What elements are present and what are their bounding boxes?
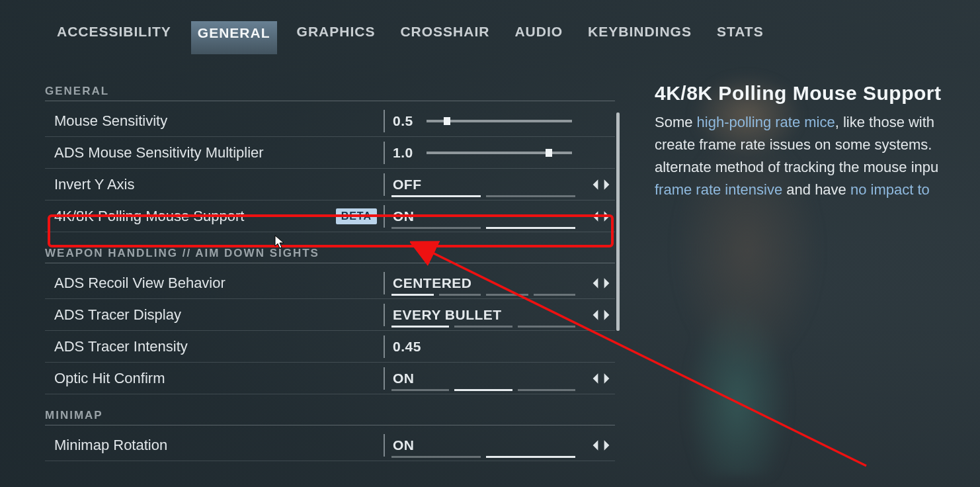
- row-polling-support[interactable]: 4K/8K Polling Mouse Support BETA ON: [45, 200, 615, 232]
- label-invert-y: Invert Y Axis: [54, 176, 134, 193]
- label-ads-multiplier: ADS Mouse Sensitivity Multiplier: [54, 144, 264, 161]
- value-polling-support: ON: [393, 208, 415, 224]
- section-title-general: GENERAL: [45, 85, 615, 101]
- arrows-tracer-display[interactable]: [591, 309, 611, 321]
- chevron-left-icon: [591, 373, 600, 384]
- chevron-left-icon: [591, 179, 600, 191]
- section-title-minimap: MINIMAP: [45, 409, 615, 425]
- row-invert-y[interactable]: Invert Y Axis OFF: [45, 169, 615, 200]
- value-ads-multiplier: 1.0: [393, 145, 413, 161]
- label-optic-hit: Optic Hit Confirm: [54, 370, 165, 387]
- segments-tracer-display: [391, 326, 575, 328]
- slider-ads-multiplier[interactable]: [427, 152, 572, 154]
- segments-optic-hit: [391, 389, 575, 391]
- chevron-left-icon: [591, 210, 600, 222]
- chevron-right-icon: [602, 179, 611, 191]
- chevron-right-icon: [602, 309, 611, 321]
- value-recoil-behavior: CENTERED: [393, 275, 472, 291]
- scrollbar[interactable]: [616, 112, 620, 331]
- row-tracer-display[interactable]: ADS Tracer Display EVERY BULLET: [45, 299, 615, 331]
- value-tracer-display: EVERY BULLET: [393, 307, 502, 323]
- segments-polling-support: [391, 227, 575, 229]
- segments-recoil: [391, 294, 575, 296]
- segments-invert-y: [391, 195, 575, 197]
- row-mouse-sensitivity[interactable]: Mouse Sensitivity 0.5: [45, 105, 615, 137]
- tab-audio[interactable]: AUDIO: [509, 20, 568, 56]
- label-recoil-behavior: ADS Recoil View Behavior: [54, 275, 225, 292]
- label-tracer-intensity: ADS Tracer Intensity: [54, 338, 188, 355]
- arrows-polling-support[interactable]: [591, 210, 611, 222]
- segments-minimap-rotation: [391, 456, 575, 458]
- tab-keybindings[interactable]: KEYBINDINGS: [583, 20, 697, 56]
- tab-accessibility[interactable]: ACCESSIBILITY: [52, 20, 177, 56]
- row-ads-multiplier[interactable]: ADS Mouse Sensitivity Multiplier 1.0: [45, 137, 615, 169]
- chevron-right-icon: [602, 373, 611, 384]
- chevron-left-icon: [591, 439, 600, 451]
- chevron-right-icon: [602, 210, 611, 222]
- tab-graphics[interactable]: GRAPHICS: [292, 20, 381, 56]
- value-invert-y: OFF: [393, 177, 422, 193]
- row-minimap-rotation[interactable]: Minimap Rotation ON: [45, 429, 615, 461]
- value-mouse-sensitivity: 0.5: [393, 113, 413, 129]
- label-mouse-sensitivity: Mouse Sensitivity: [54, 112, 167, 130]
- arrows-optic-hit[interactable]: [591, 373, 611, 384]
- chevron-left-icon: [591, 277, 600, 289]
- chevron-right-icon: [602, 439, 611, 451]
- arrows-recoil[interactable]: [591, 277, 611, 289]
- info-body: Some high-polling rate mice, like those …: [655, 111, 979, 201]
- row-tracer-intensity[interactable]: ADS Tracer Intensity 0.45: [45, 331, 615, 363]
- slider-mouse-sensitivity[interactable]: [427, 120, 572, 122]
- tab-general[interactable]: GENERAL: [191, 21, 277, 54]
- label-minimap-rotation: Minimap Rotation: [54, 437, 167, 454]
- chevron-left-icon: [591, 309, 600, 321]
- section-title-weapon: WEAPON HANDLING // AIM DOWN SIGHTS: [45, 247, 615, 263]
- row-optic-hit[interactable]: Optic Hit Confirm ON: [45, 363, 615, 394]
- value-optic-hit: ON: [393, 371, 415, 386]
- chevron-right-icon: [602, 277, 611, 289]
- info-pane: 4K/8K Polling Mouse Support Some high-po…: [655, 82, 979, 201]
- value-minimap-rotation: ON: [393, 437, 415, 453]
- info-title: 4K/8K Polling Mouse Support: [655, 82, 979, 105]
- arrows-minimap-rotation[interactable]: [591, 439, 611, 451]
- arrows-invert-y[interactable]: [591, 179, 611, 191]
- tab-crosshair[interactable]: CROSSHAIR: [395, 20, 495, 56]
- tab-stats[interactable]: STATS: [712, 20, 769, 56]
- label-polling-support: 4K/8K Polling Mouse Support: [54, 208, 244, 225]
- label-tracer-display: ADS Tracer Display: [54, 306, 181, 324]
- row-recoil-behavior[interactable]: ADS Recoil View Behavior CENTERED: [45, 267, 615, 299]
- value-tracer-intensity: 0.45: [393, 339, 421, 355]
- settings-tabs: ACCESSIBILITY GENERAL GRAPHICS CROSSHAIR…: [52, 20, 769, 56]
- settings-panel: GENERAL Mouse Sensitivity 0.5 ADS Mouse …: [45, 85, 615, 461]
- beta-badge: BETA: [336, 208, 377, 224]
